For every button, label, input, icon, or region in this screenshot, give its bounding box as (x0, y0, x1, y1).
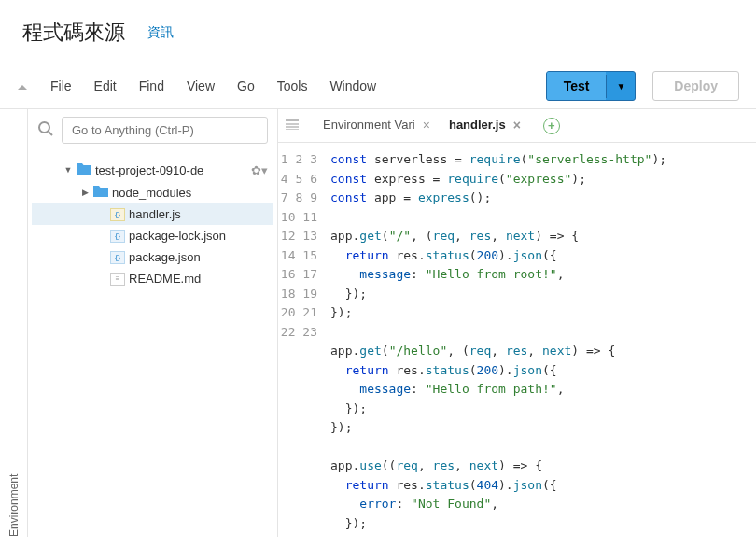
menu-window[interactable]: Window (318, 73, 387, 99)
file-explorer: ▼ test-project-0910-de ✿▾ ▶node_modules{… (28, 109, 278, 537)
menu-file[interactable]: File (39, 73, 83, 99)
editor-tabs: Environment Vari×handler.js× + (278, 109, 756, 143)
svg-point-0 (39, 122, 49, 133)
menu-collapse-icon[interactable] (17, 79, 28, 93)
code-body[interactable]: const serverless = require("serverless-h… (330, 150, 756, 537)
tree-item-handler.js[interactable]: {}handler.js (32, 203, 273, 225)
tree-item-package.json[interactable]: {}package.json (32, 246, 273, 268)
menu-tools[interactable]: Tools (266, 73, 319, 99)
menu-go[interactable]: Go (226, 73, 266, 99)
info-link[interactable]: 資訊 (147, 24, 174, 41)
search-input[interactable] (62, 117, 268, 144)
tab-environment-vari[interactable]: Environment Vari× (314, 109, 440, 142)
tab-handler-js[interactable]: handler.js× (440, 109, 530, 142)
js-file-icon: {} (110, 208, 125, 221)
menubar: FileEditFindViewGoToolsWindow Test ▼ Dep… (0, 63, 756, 109)
menu-edit[interactable]: Edit (83, 73, 128, 99)
chevron-down-icon: ▼ (63, 165, 73, 175)
page-header: 程式碼來源 資訊 (0, 0, 756, 63)
close-icon[interactable]: × (513, 118, 521, 133)
tree-item-node_modules[interactable]: ▶node_modules (32, 181, 273, 203)
gear-icon[interactable]: ✿▾ (251, 163, 268, 177)
page-title: 程式碼來源 (22, 19, 125, 47)
chevron-right-icon: ▶ (80, 188, 90, 197)
add-tab-button[interactable]: + (543, 118, 560, 134)
search-icon[interactable] (37, 120, 54, 141)
folder-icon (93, 185, 108, 200)
json-file-icon: {} (110, 230, 125, 243)
menu-view[interactable]: View (175, 73, 226, 99)
svg-line-1 (49, 132, 52, 135)
test-button[interactable]: Test ▼ (546, 71, 637, 101)
close-icon[interactable]: × (423, 118, 430, 133)
folder-icon (77, 162, 91, 177)
main-area: Environment ▼ test-project-0910-de ✿▾ ▶n… (0, 109, 756, 537)
side-tab-environment[interactable]: Environment (0, 109, 28, 537)
file-icon: ≡ (110, 273, 125, 286)
line-gutter: 1 2 3 4 5 6 7 8 9 10 11 12 13 14 15 16 1… (278, 150, 330, 537)
tree-item-README.md[interactable]: ≡README.md (32, 268, 273, 289)
svg-rect-2 (286, 119, 299, 121)
editor-area: Environment Vari×handler.js× + 1 2 3 4 5… (278, 109, 756, 537)
tree-item-package-lock.json[interactable]: {}package-lock.json (32, 225, 273, 246)
deploy-button[interactable]: Deploy (652, 71, 739, 101)
menu-find[interactable]: Find (128, 73, 175, 99)
tree-root[interactable]: ▼ test-project-0910-de ✿▾ (32, 159, 273, 181)
test-dropdown-caret[interactable]: ▼ (606, 75, 635, 98)
file-tree: ▼ test-project-0910-de ✿▾ ▶node_modules{… (28, 151, 277, 297)
code-editor[interactable]: 1 2 3 4 5 6 7 8 9 10 11 12 13 14 15 16 1… (278, 143, 756, 537)
json-file-icon: {} (110, 251, 125, 264)
tab-scroll-icon[interactable] (286, 119, 299, 133)
